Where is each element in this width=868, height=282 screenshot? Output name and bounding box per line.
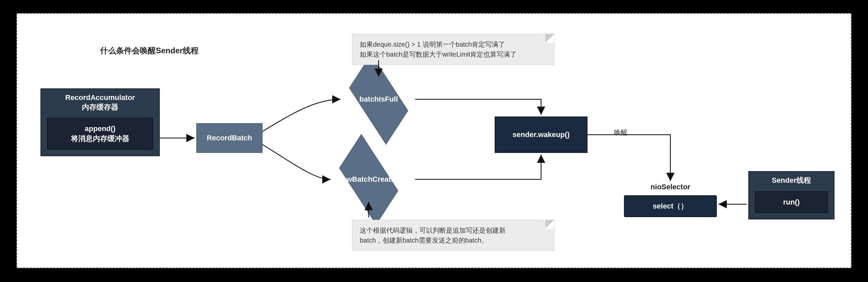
note1-line1: 如果deque.size() > 1 说明第一个batch肯定写满了 xyxy=(360,39,547,49)
nio-selector-title: nioSelector xyxy=(624,183,717,195)
decision-new-batch-created: newBatchCreated xyxy=(336,160,402,199)
note2-line1: 这个根据代码逻辑，可以判断是追加写还是创建新 xyxy=(360,225,547,235)
record-batch-box: RecordBatch xyxy=(196,123,262,153)
ra-header-line2: 内存缓存器 xyxy=(41,103,159,112)
sender-thread-box: Sender线程 run() xyxy=(748,171,835,219)
sender-header: Sender线程 xyxy=(749,172,834,185)
nio-selector-group: nioSelector select（） xyxy=(624,183,717,217)
run-box: run() xyxy=(755,191,828,213)
sender-wakeup-box: sender.wakeup() xyxy=(495,116,588,153)
decision1-label: batchIsFull xyxy=(345,79,412,119)
decision-batch-is-full: batchIsFull xyxy=(345,79,412,119)
ra-header-line1: RecordAccumulator xyxy=(41,93,159,103)
append-line1: append() xyxy=(51,124,150,134)
note1-line2: 如果这个batch是写数据大于writeLimit肯定也算写满了 xyxy=(360,49,547,59)
note2-line2: batch，创建新batch需要发送之前的batch。 xyxy=(360,235,547,245)
record-accumulator-box: RecordAccumulator 内存缓存器 append() 将消息内存缓冲… xyxy=(40,89,160,156)
record-accumulator-header: RecordAccumulator 内存缓存器 xyxy=(41,89,159,112)
wakeup-edge-label: 唤醒 xyxy=(614,128,627,137)
append-box: append() 将消息内存缓冲器 xyxy=(47,118,153,149)
append-line2: 将消息内存缓冲器 xyxy=(51,134,150,144)
note-batch-full: 如果deque.size() > 1 说明第一个batch肯定写满了 如果这个b… xyxy=(352,34,554,65)
diagram-title: 什么条件会唤醒Sender线程 xyxy=(100,45,198,56)
note-new-batch: 这个根据代码逻辑，可以判断是追加写还是创建新 batch，创建新batch需要发… xyxy=(352,220,554,251)
select-box: select（） xyxy=(624,195,717,217)
decision2-label: newBatchCreated xyxy=(336,160,402,199)
diagram-canvas: 什么条件会唤醒Sender线程 RecordAccumulator 内存缓存器 … xyxy=(17,13,851,268)
